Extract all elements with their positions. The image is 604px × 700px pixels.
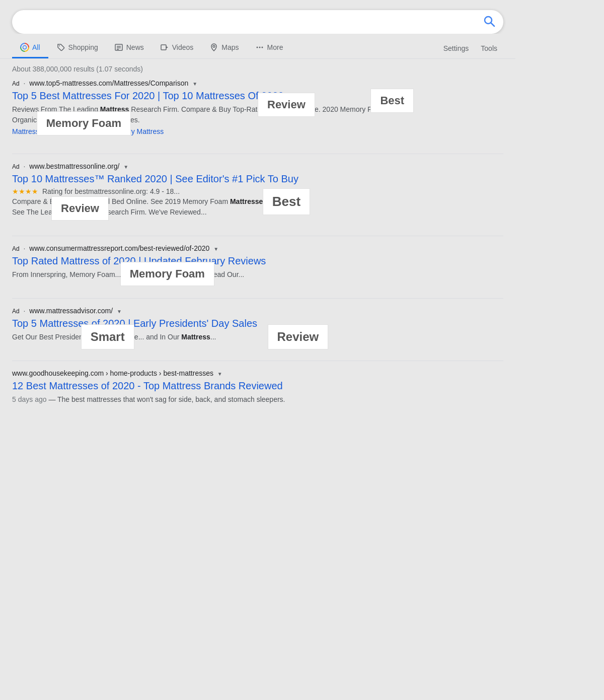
ad-title-3[interactable]: Top Rated Mattress of 2020 | Updated Feb… xyxy=(12,254,503,267)
tab-maps-label: Maps xyxy=(221,43,239,51)
results-count: About 388,000,000 results (1.07 seconds) xyxy=(0,59,515,79)
results-container: Ad · www.top5-mattresses.com/Mattresses/… xyxy=(0,79,515,405)
svg-rect-8 xyxy=(161,45,166,50)
organic-desc-1: 5 days ago — The best mattresses that wo… xyxy=(12,394,503,405)
ad-result-1: Ad · www.top5-mattresses.com/Mattresses/… xyxy=(12,79,503,142)
overlay-memory-foam-1: Memory Foam xyxy=(37,111,131,135)
ad-label-4: Ad · www.mattressadvisor.com/ ▼ xyxy=(12,307,503,315)
ad-result-2: Ad · www.bestmattressonline.org/ ▼ Top 1… xyxy=(12,162,503,224)
tab-news-label: News xyxy=(126,43,144,51)
overlay-best-1: Best xyxy=(370,89,414,113)
tab-all-label: All xyxy=(32,43,40,51)
google-icon xyxy=(20,43,29,52)
tab-videos-label: Videos xyxy=(172,43,194,51)
tab-all[interactable]: All xyxy=(12,38,48,58)
overlay-memory-foam-3: Memory Foam xyxy=(120,262,214,286)
svg-line-1 xyxy=(491,23,495,27)
overlay-review-4: Review xyxy=(268,324,329,349)
nav-tabs: All Shopping News Videos xyxy=(0,34,515,59)
svg-point-10 xyxy=(213,45,215,47)
search-input[interactable]: best mattress xyxy=(20,17,483,27)
search-icon xyxy=(483,15,495,27)
overlay-best-2: Best xyxy=(263,188,310,215)
tab-videos[interactable]: Videos xyxy=(152,38,202,58)
search-button[interactable] xyxy=(483,15,495,29)
organic-title-1[interactable]: 12 Best Mattresses of 2020 - Top Mattres… xyxy=(12,379,503,392)
ad-label-2: Ad · www.bestmattressonline.org/ ▼ xyxy=(12,162,503,170)
svg-point-13 xyxy=(261,47,263,48)
video-icon xyxy=(160,43,169,52)
svg-point-3 xyxy=(59,45,60,46)
tab-news[interactable]: News xyxy=(106,38,152,58)
ad-label-3: Ad · www.consumermattressreport.com/best… xyxy=(12,244,503,252)
ad-title-2[interactable]: Top 10 Mattresses™ Ranked 2020 | See Edi… xyxy=(12,172,503,185)
tab-more[interactable]: More xyxy=(247,38,291,58)
overlay-smart-4: Smart xyxy=(81,324,134,349)
svg-marker-9 xyxy=(166,46,168,48)
organic-result-1: www.goodhousekeeping.com › home-products… xyxy=(12,369,503,405)
tab-maps[interactable]: Maps xyxy=(201,38,247,58)
ad-result-3: Ad · www.consumermattressreport.com/best… xyxy=(12,244,503,286)
overlay-review-2: Review xyxy=(51,196,109,221)
maps-icon xyxy=(209,43,218,52)
tab-shopping-label: Shopping xyxy=(68,43,98,51)
ad-rating-2: ★★★★ Rating for bestmattressonline.org: … xyxy=(12,187,503,195)
ad-result-4: Ad · www.mattressadvisor.com/ ▼ Top 5 Ma… xyxy=(12,307,503,348)
ad-desc-3: From Innerspring, Memory Foam... We've R… xyxy=(12,269,503,280)
tag-icon xyxy=(56,43,65,52)
organic-url-1: www.goodhousekeeping.com › home-products… xyxy=(12,369,503,377)
svg-point-11 xyxy=(256,47,258,48)
ad-label-1: Ad · www.top5-mattresses.com/Mattresses/… xyxy=(12,79,503,87)
tab-more-label: More xyxy=(267,43,283,51)
svg-point-12 xyxy=(259,47,260,48)
tab-shopping[interactable]: Shopping xyxy=(48,38,106,58)
news-icon xyxy=(114,43,123,52)
search-bar[interactable]: best mattress xyxy=(12,10,503,34)
svg-point-2 xyxy=(23,46,27,49)
tools-link[interactable]: Tools xyxy=(475,39,503,57)
dots-icon xyxy=(255,43,264,52)
overlay-review-1: Review xyxy=(258,93,315,117)
settings-link[interactable]: Settings xyxy=(437,39,475,57)
